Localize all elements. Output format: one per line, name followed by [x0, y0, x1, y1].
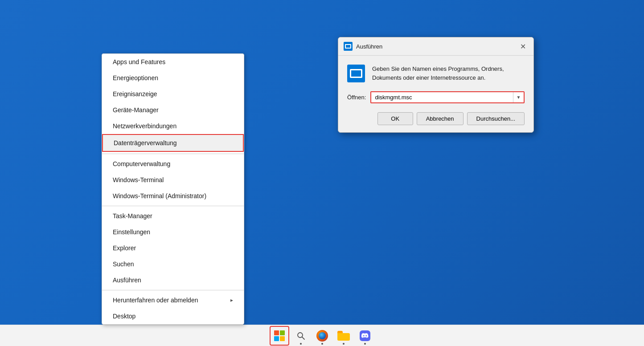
- menu-item-computerverwaltung[interactable]: Computerverwaltung: [102, 156, 244, 172]
- run-dialog-title-left: Ausführen: [344, 42, 382, 51]
- run-dialog-description: Geben Sie den Namen eines Programms, Ord…: [372, 65, 504, 82]
- menu-item-ausfuehren[interactable]: Ausführen: [102, 272, 244, 288]
- win-logo-blue: [274, 336, 279, 341]
- win-logo-green: [280, 330, 285, 335]
- files-dot: [343, 343, 345, 345]
- run-dialog-buttons: OK Abbrechen Durchsuchen...: [347, 112, 525, 125]
- run-dialog-body: Geben Sie den Namen eines Programms, Ord…: [338, 56, 533, 132]
- menu-item-suchen[interactable]: Suchen: [102, 256, 244, 272]
- run-icon-inner: [345, 44, 351, 49]
- menu-item-netzwerkverbindungen[interactable]: Netzwerkverbindungen: [102, 118, 244, 134]
- folder-body: [337, 333, 350, 341]
- run-dialog-open-row: Öffnen: ▼: [347, 91, 525, 103]
- taskbar-start-button[interactable]: [270, 326, 289, 346]
- run-dialog: Ausführen ✕ Geben Sie den Namen eines Pr…: [338, 37, 534, 133]
- run-dialog-input[interactable]: [371, 92, 513, 102]
- win-logo-yellow: [280, 336, 285, 341]
- run-dialog-icon: [344, 42, 353, 51]
- submenu-arrow-icon: ▸: [230, 297, 233, 303]
- run-dialog-input-wrapper: ▼: [370, 91, 525, 103]
- menu-divider-1: [102, 154, 244, 154]
- desktop: Apps und Features Energieoptionen Ereign…: [0, 0, 644, 346]
- svg-point-0: [298, 333, 303, 338]
- menu-item-windows-terminal[interactable]: Windows-Terminal: [102, 172, 244, 188]
- menu-item-apps-features[interactable]: Apps und Features: [102, 54, 244, 70]
- run-dialog-big-icon-shape: [350, 69, 362, 78]
- run-dialog-browse-button[interactable]: Durchsuchen...: [467, 112, 525, 125]
- folder-icon: [337, 331, 350, 341]
- firefox-dot: [321, 343, 323, 345]
- run-dialog-close-button[interactable]: ✕: [517, 41, 528, 52]
- windows-logo-icon: [274, 330, 285, 341]
- discord-icon: [360, 330, 370, 341]
- firefox-icon: [316, 330, 328, 342]
- menu-divider-2: [102, 206, 244, 206]
- menu-item-herunterfahren[interactable]: Herunterfahren oder abmelden ▸: [102, 292, 244, 308]
- taskbar-search-button[interactable]: [291, 326, 311, 346]
- menu-item-task-manager[interactable]: Task-Manager: [102, 208, 244, 224]
- menu-item-ereignisanzeige[interactable]: Ereignisanzeige: [102, 86, 244, 102]
- run-dialog-titlebar: Ausführen ✕: [338, 37, 533, 56]
- taskbar-discord-button[interactable]: [355, 326, 375, 346]
- run-dialog-big-icon: [347, 65, 365, 82]
- run-dialog-open-label: Öffnen:: [347, 94, 366, 101]
- taskbar-firefox-button[interactable]: [312, 326, 332, 346]
- search-icon: [296, 331, 305, 340]
- menu-item-energieoptionen[interactable]: Energieoptionen: [102, 70, 244, 86]
- menu-item-explorer[interactable]: Explorer: [102, 240, 244, 256]
- menu-item-windows-terminal-admin[interactable]: Windows-Terminal (Administrator): [102, 188, 244, 204]
- win-logo-red: [274, 330, 279, 335]
- context-menu: Apps und Features Energieoptionen Ereign…: [102, 53, 244, 325]
- taskbar-files-button[interactable]: [334, 326, 353, 346]
- menu-item-geraete-manager[interactable]: Geräte-Manager: [102, 102, 244, 118]
- menu-item-datentragerverwaltung[interactable]: Datenträgerverwaltung: [102, 134, 244, 152]
- run-dialog-ok-button[interactable]: OK: [377, 112, 413, 125]
- run-dialog-top: Geben Sie den Namen eines Programms, Ord…: [347, 65, 525, 82]
- discord-dot: [364, 343, 366, 345]
- run-dialog-cancel-button[interactable]: Abbrechen: [417, 112, 464, 125]
- menu-item-desktop[interactable]: Desktop: [102, 308, 244, 324]
- menu-item-einstellungen[interactable]: Einstellungen: [102, 224, 244, 240]
- run-dialog-dropdown-button[interactable]: ▼: [513, 92, 524, 102]
- run-dialog-title-text: Ausführen: [356, 43, 382, 50]
- firefox-globe: [319, 332, 326, 339]
- svg-line-1: [302, 337, 304, 339]
- search-dot: [300, 343, 302, 345]
- menu-divider-3: [102, 290, 244, 290]
- taskbar: [0, 325, 644, 346]
